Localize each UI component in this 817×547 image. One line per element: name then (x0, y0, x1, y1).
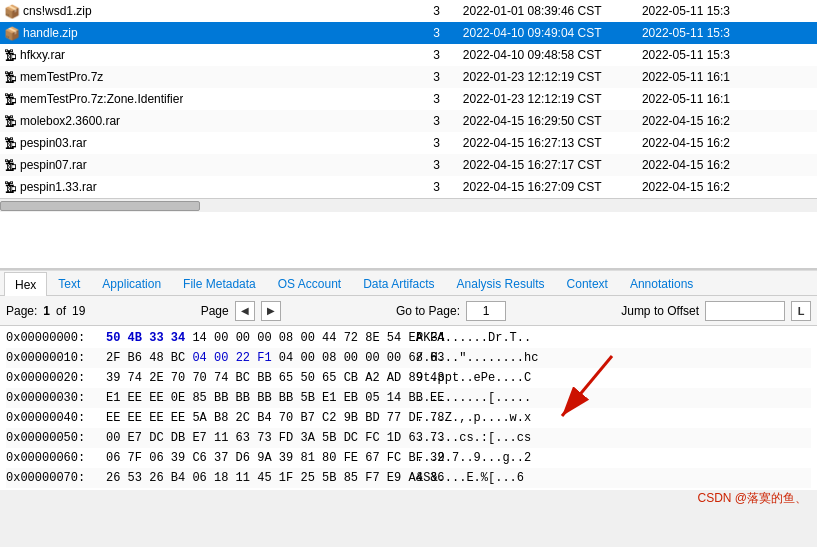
file-date1: 2022-04-15 16:27:13 CST (459, 132, 638, 154)
file-date2: 2022-04-15 16:2 (638, 110, 817, 132)
hex-ascii: PK34......Dr.T.. (416, 331, 811, 345)
hex-row: 0x00000040: EE EE EE EE 5A B8 2C B4 70 B… (6, 408, 811, 428)
tab-hex[interactable]: Hex (4, 272, 47, 296)
file-count: 3 (414, 176, 459, 198)
hex-row: 0x00000000: 50 4B 33 34 14 00 00 00 08 0… (6, 328, 811, 348)
file-type-icon: 🗜 (4, 93, 17, 106)
watermark: CSDN @落寞的鱼、 (697, 490, 807, 507)
tab-data-artifacts[interactable]: Data Artifacts (352, 271, 445, 295)
total-pages: 19 (72, 304, 85, 318)
file-date1: 2022-04-10 09:48:58 CST (459, 44, 638, 66)
scrollbar-thumb[interactable] (0, 201, 200, 211)
file-name: cns!wsd1.zip (23, 4, 92, 18)
file-type-icon: 🗜 (4, 181, 17, 194)
hex-offset: 0x00000070: (6, 471, 106, 485)
current-page: 1 (43, 304, 50, 318)
file-count: 3 (414, 88, 459, 110)
hex-row: 0x00000070: 26 53 26 B4 06 18 11 45 1F 2… (6, 468, 811, 488)
hex-bytes: 26 53 26 B4 06 18 11 45 1F 25 5B 85 F7 E… (106, 471, 416, 485)
page-label: Page: (6, 304, 37, 318)
hex-ascii: 9t.ppt..ePe....C (416, 371, 811, 385)
hex-row: 0x00000030: E1 EE EE 0E 85 BB BB BB BB 5… (6, 388, 811, 408)
hex-bytes: 39 74 2E 70 70 74 BC BB 65 50 65 CB A2 A… (106, 371, 416, 385)
file-count: 3 (414, 0, 459, 22)
hex-ascii: /.H..."........hc (416, 351, 811, 365)
hex-row: 0x00000060: 06 7F 06 39 C6 37 D6 9A 39 8… (6, 448, 811, 468)
tab-file-metadata[interactable]: File Metadata (172, 271, 267, 295)
goto-page-input[interactable] (466, 301, 506, 321)
file-date1: 2022-04-15 16:29:50 CST (459, 110, 638, 132)
pager-bar: Page: 1 of 19 Page ◀ ▶ Go to Page: Jump … (0, 296, 817, 326)
hex-offset: 0x00000010: (6, 351, 106, 365)
next-page-button[interactable]: ▶ (261, 301, 281, 321)
file-count: 3 (414, 110, 459, 132)
file-date1: 2022-04-10 09:49:04 CST (459, 22, 638, 44)
file-type-icon: 📦 (4, 5, 20, 18)
table-row[interactable]: 🗜 memTestPro.7z 3 2022-01-23 12:12:19 CS… (0, 66, 817, 88)
hex-ascii: ..........[..... (416, 391, 811, 405)
file-date2: 2022-05-11 15:3 (638, 44, 817, 66)
file-date2: 2022-05-11 15:3 (638, 22, 817, 44)
table-row[interactable]: 🗜 memTestPro.7z:Zone.Identifier 3 2022-0… (0, 88, 817, 110)
file-date1: 2022-04-15 16:27:17 CST (459, 154, 638, 176)
table-row[interactable]: 🗜 pespin07.rar 3 2022-04-15 16:27:17 CST… (0, 154, 817, 176)
hex-offset: 0x00000040: (6, 411, 106, 425)
file-count: 3 (414, 154, 459, 176)
hex-offset: 0x00000050: (6, 431, 106, 445)
file-count: 3 (414, 132, 459, 154)
hex-row: 0x00000050: 00 E7 DC DB E7 11 63 73 FD 3… (6, 428, 811, 448)
l-button[interactable]: L (791, 301, 811, 321)
table-row[interactable]: 🗜 pespin03.rar 3 2022-04-15 16:27:13 CST… (0, 132, 817, 154)
file-count: 3 (414, 44, 459, 66)
prev-page-button[interactable]: ◀ (235, 301, 255, 321)
tab-context[interactable]: Context (556, 271, 619, 295)
file-count: 3 (414, 66, 459, 88)
tab-application[interactable]: Application (91, 271, 172, 295)
file-type-icon: 🗜 (4, 159, 17, 172)
hex-bytes: 00 E7 DC DB E7 11 63 73 FD 3A 5B DC FC 1… (106, 431, 416, 445)
file-table: 📦 cns!wsd1.zip 3 2022-01-01 08:39:46 CST… (0, 0, 817, 198)
tab-analysis-results[interactable]: Analysis Results (446, 271, 556, 295)
tab-annotations[interactable]: Annotations (619, 271, 704, 295)
file-name: hfkxy.rar (20, 48, 65, 62)
hex-row: 0x00000020: 39 74 2E 70 70 74 BC BB 65 5… (6, 368, 811, 388)
hex-row: 0x00000010: 2F B6 48 BC 04 00 22 F1 04 0… (6, 348, 811, 368)
hex-offset: 0x00000030: (6, 391, 106, 405)
table-row[interactable]: 🗜 molebox2.3600.rar 3 2022-04-15 16:29:5… (0, 110, 817, 132)
hex-section: 0x00000000: 50 4B 33 34 14 00 00 00 08 0… (0, 326, 817, 517)
hex-ascii: ......cs.:[...cs (416, 431, 811, 445)
file-type-icon: 📦 (4, 27, 20, 40)
file-name: memTestPro.7z:Zone.Identifier (20, 92, 183, 106)
file-date1: 2022-01-23 12:12:19 CST (459, 66, 638, 88)
table-row[interactable]: 🗜 hfkxy.rar 3 2022-04-10 09:48:58 CST 20… (0, 44, 817, 66)
hex-bytes: EE EE EE EE 5A B8 2C B4 70 B7 C2 9B BD 7… (106, 411, 416, 425)
tabs-bar: HexTextApplicationFile MetadataOS Accoun… (0, 270, 817, 296)
table-row[interactable]: 📦 cns!wsd1.zip 3 2022-01-01 08:39:46 CST… (0, 0, 817, 22)
table-row[interactable]: 📦 handle.zip 3 2022-04-10 09:49:04 CST 2… (0, 22, 817, 44)
file-type-icon: 🗜 (4, 49, 17, 62)
hex-ascii: ....Z.,.p....w.x (416, 411, 811, 425)
file-date2: 2022-04-15 16:2 (638, 154, 817, 176)
file-date2: 2022-05-11 15:3 (638, 0, 817, 22)
file-type-icon: 🗜 (4, 115, 17, 128)
tab-os-account[interactable]: OS Account (267, 271, 352, 295)
file-date1: 2022-01-01 08:39:46 CST (459, 0, 638, 22)
jump-offset-input[interactable] (705, 301, 785, 321)
hex-bytes: E1 EE EE 0E 85 BB BB BB BB 5B E1 EB 05 1… (106, 391, 416, 405)
hex-offset: 0x00000020: (6, 371, 106, 385)
hex-ascii: &S&....E.%[...6 (416, 471, 811, 485)
hex-view: 0x00000000: 50 4B 33 34 14 00 00 00 08 0… (0, 326, 817, 490)
hex-bytes: 06 7F 06 39 C6 37 D6 9A 39 81 80 FE 67 F… (106, 451, 416, 465)
horizontal-scrollbar[interactable] (0, 198, 817, 212)
table-row[interactable]: 🗜 pespin1.33.rar 3 2022-04-15 16:27:09 C… (0, 176, 817, 198)
hex-ascii: ...9.7..9...g..2 (416, 451, 811, 465)
main-container: 📦 cns!wsd1.zip 3 2022-01-01 08:39:46 CST… (0, 0, 817, 517)
of-label: of (56, 304, 66, 318)
tab-text[interactable]: Text (47, 271, 91, 295)
file-name: handle.zip (23, 26, 78, 40)
file-date2: 2022-04-15 16:2 (638, 176, 817, 198)
file-name: molebox2.3600.rar (20, 114, 120, 128)
hex-offset: 0x00000060: (6, 451, 106, 465)
goto-page-label: Go to Page: (396, 304, 460, 318)
file-count: 3 (414, 22, 459, 44)
